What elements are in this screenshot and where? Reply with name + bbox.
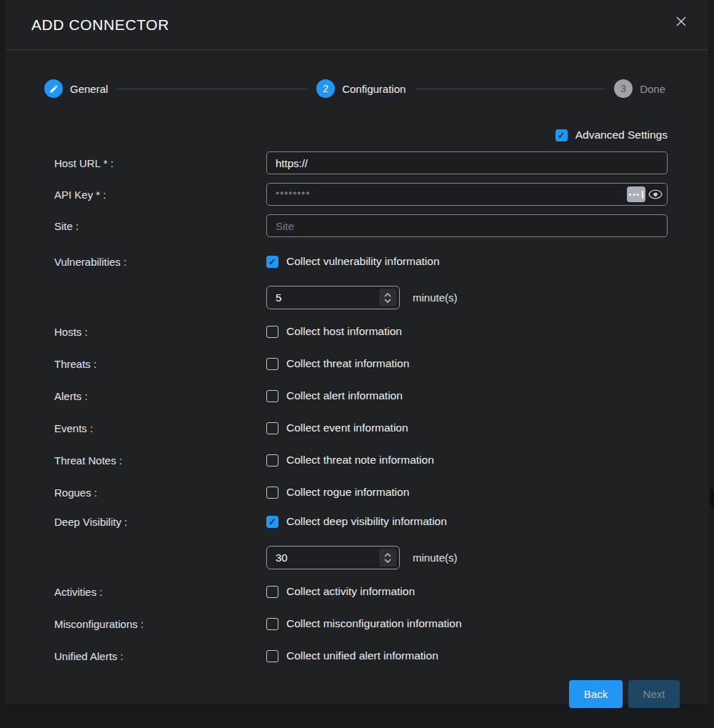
collect-threat-note-checkbox[interactable] bbox=[266, 454, 278, 467]
collect-event-checkbox[interactable] bbox=[266, 422, 278, 434]
number-stepper-icon[interactable] bbox=[379, 549, 396, 567]
configuration-form: Host URL * : API Key * : bbox=[6, 151, 708, 664]
deep-visibility-interval-row: minute(s) bbox=[6, 546, 708, 569]
site-row: Site : bbox=[6, 214, 708, 237]
add-connector-dialog: ADD CONNECTOR General 2 Configuration 3 bbox=[6, 0, 708, 704]
host-url-input[interactable] bbox=[266, 151, 668, 174]
collect-activity-label: Collect activity information bbox=[286, 585, 415, 598]
collect-event-label: Collect event information bbox=[286, 422, 408, 434]
advanced-settings-row: Advanced Settings bbox=[6, 127, 668, 143]
vulnerabilities-row: Vulnerabilities : Collect vulnerability … bbox=[6, 254, 708, 269]
misconfigurations-row: Misconfigurations : Collect misconfigura… bbox=[6, 616, 708, 632]
host-url-row: Host URL * : bbox=[6, 151, 708, 174]
deep-visibility-row: Deep Visibility : Collect deep visibilit… bbox=[6, 514, 708, 529]
collect-deep-visibility-label: Collect deep visibility information bbox=[286, 515, 447, 528]
step-2-badge: 2 bbox=[316, 79, 335, 98]
step-3-badge: 3 bbox=[614, 79, 633, 98]
vulnerability-interval-row: minute(s) bbox=[6, 286, 708, 309]
collect-rogue-label: Collect rogue information bbox=[286, 486, 409, 499]
collect-threat-note-label: Collect threat note information bbox=[286, 454, 434, 467]
api-key-label: API Key * : bbox=[54, 189, 266, 201]
threat-notes-row: Threat Notes : Collect threat note infor… bbox=[6, 452, 708, 468]
collect-activity-checkbox[interactable] bbox=[266, 586, 278, 598]
collect-alert-checkbox[interactable] bbox=[266, 390, 278, 402]
collect-vulnerability-label: Collect vulnerability information bbox=[286, 255, 440, 268]
advanced-settings-label: Advanced Settings bbox=[575, 129, 668, 141]
step-configuration[interactable]: 2 Configuration bbox=[316, 79, 406, 98]
collect-rogue-checkbox[interactable] bbox=[266, 487, 278, 499]
api-key-field-wrap bbox=[266, 183, 668, 206]
autofill-dots-icon[interactable] bbox=[627, 186, 645, 202]
alerts-row: Alerts : Collect alert information bbox=[6, 388, 708, 404]
api-key-row: API Key * : bbox=[6, 183, 708, 206]
collect-host-label: Collect host information bbox=[286, 325, 402, 338]
unified-alerts-label: Unified Alerts : bbox=[54, 650, 266, 662]
step-done[interactable]: 3 Done bbox=[614, 79, 665, 98]
activities-row: Activities : Collect activity informatio… bbox=[6, 584, 708, 599]
collect-deep-visibility-checkbox[interactable] bbox=[266, 516, 278, 528]
collect-misconfiguration-checkbox[interactable] bbox=[266, 618, 278, 630]
threats-label: Threats : bbox=[54, 358, 266, 370]
scrollbar-thumb[interactable] bbox=[710, 490, 714, 506]
number-stepper-icon[interactable] bbox=[379, 289, 396, 306]
step-general[interactable]: General bbox=[44, 79, 108, 98]
collect-misconfiguration-label: Collect misconfiguration information bbox=[286, 617, 462, 630]
vulnerability-interval-unit: minute(s) bbox=[413, 291, 458, 304]
dialog-title: ADD CONNECTOR bbox=[31, 16, 169, 34]
rogues-label: Rogues : bbox=[54, 487, 266, 499]
step-general-label: General bbox=[70, 83, 108, 95]
collect-unified-alert-label: Collect unified alert information bbox=[286, 649, 438, 662]
unified-alerts-row: Unified Alerts : Collect unified alert i… bbox=[6, 648, 708, 664]
site-input[interactable] bbox=[266, 214, 668, 237]
site-label: Site : bbox=[54, 220, 266, 232]
host-url-label: Host URL * : bbox=[54, 157, 266, 169]
close-icon[interactable] bbox=[673, 13, 690, 30]
dialog-footer: Back Next bbox=[6, 680, 680, 708]
collect-alert-label: Collect alert information bbox=[286, 389, 403, 402]
next-button[interactable]: Next bbox=[628, 680, 680, 708]
threats-row: Threats : Collect threat information bbox=[6, 356, 708, 372]
wizard-stepper: General 2 Configuration 3 Done bbox=[44, 79, 665, 98]
activities-label: Activities : bbox=[54, 586, 266, 598]
show-password-eye-icon[interactable] bbox=[648, 187, 663, 201]
step-configuration-label: Configuration bbox=[342, 83, 406, 95]
api-key-input[interactable] bbox=[266, 183, 668, 206]
hosts-label: Hosts : bbox=[54, 326, 266, 338]
collect-unified-alert-checkbox[interactable] bbox=[266, 650, 278, 662]
vulnerability-interval-field bbox=[266, 286, 400, 309]
alerts-label: Alerts : bbox=[54, 390, 266, 402]
stepper-connector bbox=[416, 89, 604, 89]
collect-host-checkbox[interactable] bbox=[266, 326, 278, 338]
deep-visibility-interval-field bbox=[266, 546, 400, 569]
rogues-row: Rogues : Collect rogue information bbox=[6, 484, 708, 500]
advanced-settings-checkbox[interactable] bbox=[555, 129, 568, 141]
dialog-header: ADD CONNECTOR bbox=[6, 0, 708, 50]
misconfigurations-label: Misconfigurations : bbox=[54, 618, 266, 630]
hosts-row: Hosts : Collect host information bbox=[6, 324, 708, 339]
events-label: Events : bbox=[54, 422, 266, 434]
step-done-label: Done bbox=[640, 83, 665, 95]
vulnerabilities-label: Vulnerabilities : bbox=[54, 256, 266, 268]
collect-vulnerability-checkbox[interactable] bbox=[266, 256, 278, 268]
pencil-icon bbox=[44, 79, 63, 98]
events-row: Events : Collect event information bbox=[6, 420, 708, 436]
deep-visibility-interval-unit: minute(s) bbox=[413, 552, 458, 564]
deep-visibility-label: Deep Visibility : bbox=[54, 516, 266, 528]
collect-threat-label: Collect threat information bbox=[286, 357, 409, 370]
collect-threat-checkbox[interactable] bbox=[266, 358, 278, 370]
stepper-connector bbox=[118, 89, 306, 89]
back-button[interactable]: Back bbox=[569, 680, 623, 708]
threat-notes-label: Threat Notes : bbox=[54, 454, 266, 467]
